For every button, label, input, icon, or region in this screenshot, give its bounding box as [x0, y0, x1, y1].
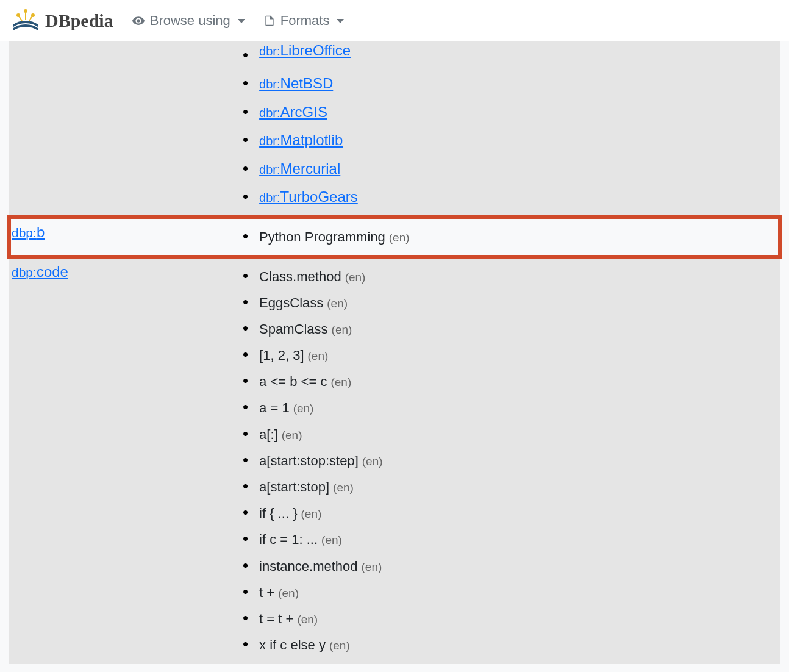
literal-value: a[:]: [259, 424, 278, 445]
list-item: instance.method(en): [228, 553, 777, 579]
lang-tag: (en): [333, 479, 354, 497]
value-cell: Python Programming(en): [226, 218, 780, 256]
literal-value: a <= b <= c: [259, 371, 327, 392]
list-item: dbr:LibreOffice: [228, 41, 777, 70]
svg-line-4: [18, 15, 22, 21]
list-item: if c = 1: ...(en): [228, 526, 777, 552]
value-cell: Class.method(en)EggsClass(en)SpamClass(e…: [226, 257, 780, 665]
literal-value: EggsClass: [259, 292, 323, 313]
property-table: dbr:LibreOfficedbr:NetBSDdbr:ArcGISdbr:M…: [9, 41, 780, 664]
literal-value: if { ... }: [259, 502, 297, 524]
lang-tag: (en): [362, 558, 382, 576]
list-item: a[:](en): [228, 421, 777, 448]
list-item: a = 1(en): [228, 395, 777, 421]
list-item: dbr:Matplotlib: [228, 126, 777, 154]
chevron-down-icon: [337, 19, 344, 23]
eye-icon: [132, 14, 145, 27]
list-item: EggsClass(en): [228, 290, 777, 316]
literal-value: t +: [259, 582, 274, 603]
list-item: t = t +(en): [228, 606, 777, 632]
literal-value: Python Programming: [259, 226, 385, 248]
list-item: a <= b <= c(en): [228, 368, 777, 395]
list-item: a[start:stop](en): [228, 474, 777, 500]
logo[interactable]: DBpedia: [12, 7, 113, 34]
literal-value: [1, 2, 3]: [259, 345, 304, 366]
list-item: [1, 2, 3](en): [228, 342, 777, 368]
list-item: SpamClass(en): [228, 316, 777, 342]
formats-menu[interactable]: Formats: [263, 13, 345, 29]
list-item: a[start:stop:step](en): [228, 448, 777, 474]
resource-link[interactable]: dbr:NetBSD: [259, 72, 333, 95]
list-item: Python Programming(en): [228, 224, 777, 250]
list-item: if { ... }(en): [228, 500, 777, 526]
lang-tag: (en): [308, 347, 329, 365]
resource-link[interactable]: dbr:LibreOffice: [259, 39, 351, 62]
lang-tag: (en): [329, 637, 350, 655]
lang-tag: (en): [282, 426, 302, 445]
navbar: DBpedia Browse using Formats: [0, 0, 789, 41]
resource-link[interactable]: dbr:Matplotlib: [259, 129, 343, 152]
resource-link[interactable]: dbr:Mercurial: [259, 157, 340, 181]
lang-tag: (en): [330, 373, 351, 391]
resource-link[interactable]: dbr:TurboGears: [259, 185, 358, 209]
literal-value: instance.method: [259, 556, 357, 577]
property-link-code[interactable]: dbp:code: [12, 265, 68, 279]
property-link-b[interactable]: dbp:b: [12, 226, 45, 240]
table-row: dbp:code Class.method(en)EggsClass(en)Sp…: [9, 257, 780, 665]
brand-text: DBpedia: [45, 10, 113, 31]
browse-label: Browse using: [150, 13, 230, 29]
lang-tag: (en): [301, 505, 321, 523]
literal-value: a[start:stop:step]: [259, 450, 359, 471]
lang-tag: (en): [278, 584, 299, 602]
lang-tag: (en): [389, 229, 410, 247]
property-cell: dbp:code: [9, 257, 226, 665]
resource-link[interactable]: dbr:ArcGIS: [259, 101, 327, 124]
lang-tag: (en): [327, 295, 348, 313]
list-item: Class.method(en): [228, 263, 777, 290]
property-cell: [9, 41, 226, 217]
list-item: dbr:ArcGIS: [228, 98, 777, 126]
lang-tag: (en): [293, 399, 314, 418]
literal-value: a = 1: [259, 397, 290, 418]
table-row: dbr:LibreOfficedbr:NetBSDdbr:ArcGISdbr:M…: [9, 41, 780, 217]
svg-line-5: [29, 15, 33, 21]
value-cell: dbr:LibreOfficedbr:NetBSDdbr:ArcGISdbr:M…: [226, 41, 780, 217]
lang-tag: (en): [297, 610, 318, 629]
chevron-down-icon: [238, 19, 245, 23]
lang-tag: (en): [321, 531, 342, 549]
literal-value: SpamClass: [259, 318, 327, 340]
list-item: t +(en): [228, 579, 777, 606]
literal-value: if c = 1: ...: [259, 529, 318, 550]
lang-tag: (en): [332, 321, 352, 339]
nav-links: Browse using Formats: [132, 13, 345, 29]
list-item: x if c else y(en): [228, 632, 777, 658]
literal-value: x if c else y: [259, 634, 326, 656]
dbpedia-logo-icon: [12, 7, 39, 34]
table-row-highlighted: dbp:b Python Programming(en): [9, 217, 780, 256]
property-cell: dbp:b: [9, 218, 226, 256]
document-icon: [263, 14, 276, 27]
lang-tag: (en): [362, 452, 383, 471]
list-item: dbr:NetBSD: [228, 70, 777, 98]
lang-tag: (en): [345, 268, 366, 287]
browse-using-menu[interactable]: Browse using: [132, 13, 245, 29]
list-item: dbr:TurboGears: [228, 183, 777, 211]
literal-value: Class.method: [259, 266, 341, 287]
list-item: dbr:Mercurial: [228, 155, 777, 183]
literal-value: a[start:stop]: [259, 476, 329, 498]
literal-value: t = t +: [259, 608, 293, 629]
formats-label: Formats: [280, 13, 330, 29]
